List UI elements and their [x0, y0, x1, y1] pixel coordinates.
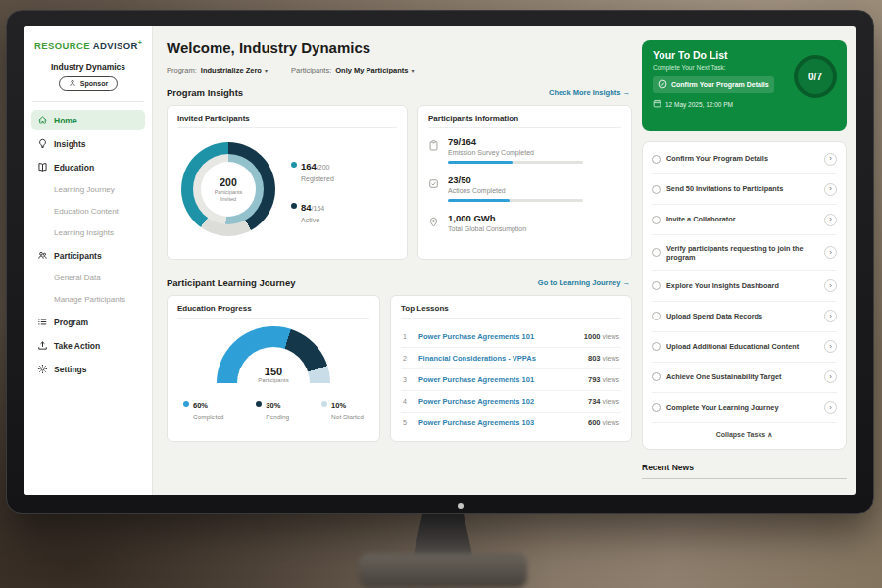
journey-cards-row: Education Progress 150 Participants 60 [167, 295, 632, 442]
todo-due-date: 12 May 2025, 12:00 PM [653, 99, 836, 109]
task-label: Upload Additional Educational Content [666, 342, 818, 351]
lesson-row-1: 1Power Purchase Agreements 1011000 views [401, 326, 621, 348]
todo-task-2[interactable]: Send 50 Invitations to Participants› [652, 174, 837, 205]
sidebar: RESOURCE ADVISOR+ Industry Dynamics Spon… [24, 26, 153, 495]
top-lessons-card: Top Lessons 1Power Purchase Agreements 1… [390, 295, 632, 442]
program-filter-dropdown[interactable]: Program: Industrialize Zero ▾ [167, 66, 268, 74]
todo-next-task[interactable]: Confirm Your Program Details [653, 76, 774, 93]
sidebar-item-manage-participants[interactable]: Manage Participants [31, 290, 145, 309]
monitor-stand-neck [413, 510, 473, 559]
todo-task-1[interactable]: Confirm Your Program Details› [652, 144, 837, 174]
lesson-rank: 2 [403, 355, 411, 362]
lesson-link[interactable]: Financial Considerations - VPPAs [418, 354, 580, 363]
collapse-tasks-link[interactable]: Collapse Tasks ∧ [652, 423, 837, 447]
clipboard-icon [428, 136, 440, 164]
app-logo: RESOURCE ADVISOR+ [24, 26, 152, 53]
task-label: Upload Spend Data Records [666, 312, 818, 320]
lesson-link[interactable]: Power Purchase Agreements 101 [418, 332, 576, 341]
calendar-icon [653, 99, 662, 109]
task-checkbox[interactable] [652, 312, 661, 320]
sidebar-item-label: Participants [54, 251, 102, 261]
task-checkbox[interactable] [652, 185, 661, 194]
sidebar-item-participants[interactable]: Participants [31, 245, 145, 266]
lesson-views: 1000 views [584, 332, 619, 341]
arrow-right-icon: → [623, 88, 631, 97]
logo-plus: + [138, 39, 143, 46]
learning-journey-header: Participant Learning Journey Go to Learn… [167, 277, 632, 288]
task-checkbox[interactable] [652, 403, 661, 412]
task-chevron-icon[interactable]: › [824, 310, 837, 322]
todo-task-3[interactable]: Invite a Collaborator› [652, 205, 837, 235]
todo-task-5[interactable]: Explore Your Insights Dashboard› [652, 271, 837, 302]
task-checkbox[interactable] [652, 216, 661, 224]
todo-next-task-label: Confirm Your Program Details [671, 81, 769, 88]
main-content: Welcome, Industry Dynamics Program: Indu… [153, 26, 632, 495]
sidebar-item-program[interactable]: Program [31, 312, 145, 332]
task-chevron-icon[interactable]: › [824, 214, 837, 226]
todo-task-6[interactable]: Upload Spend Data Records› [652, 302, 837, 332]
task-chevron-icon[interactable]: › [824, 340, 837, 353]
task-chevron-icon[interactable]: › [824, 183, 837, 196]
task-label: Verify participants requesting to join t… [666, 244, 818, 263]
task-checkbox[interactable] [652, 342, 661, 351]
legend-dot-registered [291, 162, 297, 168]
participants-filter-dropdown[interactable]: Participants: Only My Participants ▾ [291, 66, 414, 74]
checklist-icon [428, 174, 440, 202]
go-to-learning-journey-link[interactable]: Go to Learning Journey → [538, 278, 630, 287]
sidebar-item-label: General Data [54, 273, 101, 282]
education-icon [37, 162, 48, 172]
lesson-views: 734 views [588, 397, 619, 406]
lesson-link[interactable]: Power Purchase Agreements 102 [418, 397, 580, 406]
insights-cards-row: Invited Participants 200 Participants In… [167, 105, 632, 260]
todo-tasks-card: Confirm Your Program Details›Send 50 Inv… [642, 141, 847, 450]
task-checkbox[interactable] [652, 372, 661, 381]
participants-filter-value: Only My Participants [335, 66, 408, 74]
sidebar-item-settings[interactable]: Settings [31, 359, 145, 379]
program-filter-value: Industrialize Zero [201, 66, 262, 74]
todo-task-9[interactable]: Complete Your Learning Journey› [652, 393, 837, 423]
task-chevron-icon[interactable]: › [824, 153, 837, 166]
lesson-link[interactable]: Power Purchase Agreements 101 [418, 375, 580, 384]
check-more-insights-link[interactable]: Check More Insights → [549, 88, 630, 97]
participants-information-card: Participants Information 79/164 Emission… [417, 105, 632, 260]
sidebar-item-education[interactable]: Education [31, 157, 145, 177]
sidebar-item-general-data[interactable]: General Data [31, 269, 145, 287]
task-checkbox[interactable] [652, 155, 661, 164]
sidebar-item-learning-journey[interactable]: Learning Journey [31, 180, 145, 199]
sidebar-item-education-content[interactable]: Education Content [31, 202, 145, 220]
sidebar-item-insights[interactable]: Insights [31, 133, 145, 154]
task-chevron-icon[interactable]: › [824, 401, 837, 414]
chevron-up-icon: ∧ [767, 431, 772, 438]
sidebar-item-label: Insights [54, 139, 86, 149]
task-chevron-icon[interactable]: › [824, 279, 837, 292]
sidebar-item-home[interactable]: Home [31, 110, 145, 130]
monitor-bezel: RESOURCE ADVISOR+ Industry Dynamics Spon… [6, 10, 874, 514]
task-chevron-icon[interactable]: › [824, 246, 837, 259]
actions-progress-bar [448, 199, 583, 202]
education-card-title: Education Progress [177, 304, 369, 318]
todo-task-4[interactable]: Verify participants requesting to join t… [652, 235, 837, 271]
lesson-row-5: 5Power Purchase Agreements 103600 views [401, 413, 621, 433]
dashboard-screen: RESOURCE ADVISOR+ Industry Dynamics Spon… [24, 26, 856, 495]
task-checkbox[interactable] [652, 281, 661, 290]
invited-legend: 164/200 Registered 84/164 Active [291, 156, 334, 223]
todo-task-8[interactable]: Achieve One Sustainability Target› [652, 363, 837, 393]
program-filter-label: Program: [167, 66, 197, 74]
todo-task-7[interactable]: Upload Additional Educational Content› [652, 332, 837, 363]
program-insights-title: Program Insights [167, 87, 243, 98]
task-label: Explore Your Insights Dashboard [666, 281, 818, 290]
insights-icon [37, 138, 48, 149]
todo-task-list: Confirm Your Program Details›Send 50 Inv… [652, 144, 837, 423]
task-checkbox[interactable] [652, 248, 661, 257]
home-icon [37, 115, 48, 125]
invited-donut-center: 200 Participants Invited [201, 162, 256, 217]
lesson-link[interactable]: Power Purchase Agreements 103 [418, 418, 580, 427]
sidebar-item-take-action[interactable]: Take Action [31, 335, 145, 356]
top-lessons-list: 1Power Purchase Agreements 1011000 views… [401, 326, 621, 433]
sidebar-item-learning-insights[interactable]: Learning Insights [31, 223, 145, 242]
task-label: Achieve One Sustainability Target [666, 372, 818, 381]
sidebar-item-label: Take Action [54, 341, 100, 351]
task-chevron-icon[interactable]: › [824, 370, 837, 383]
todo-progress-counter: 0/7 [794, 55, 837, 98]
stat-emission-survey: 79/164 Emission Survey Completed [428, 136, 621, 164]
